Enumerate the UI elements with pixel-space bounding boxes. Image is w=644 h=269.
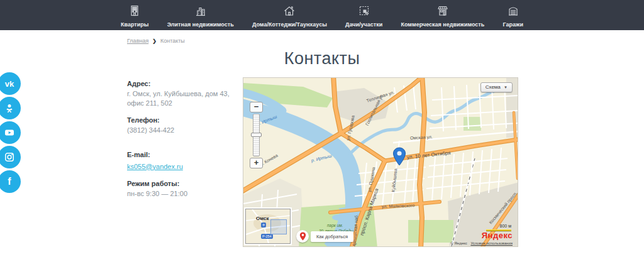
breadcrumb-home-link[interactable]: Главная bbox=[127, 38, 148, 44]
map-street-label: парк им. bbox=[327, 223, 343, 228]
nav-item-label: Дачи/участки bbox=[345, 21, 382, 28]
copyright-text: © Яндекс bbox=[450, 241, 467, 245]
map-street-label: Омская ул. bbox=[410, 134, 433, 140]
zoom-slider-handle[interactable] bbox=[251, 133, 262, 137]
location-pin-icon[interactable] bbox=[392, 147, 406, 168]
map-street-label: ул. 10 лет Октября bbox=[407, 150, 451, 160]
land-plot-icon bbox=[358, 4, 370, 19]
map-street-label: просп. Карла Маркса bbox=[359, 188, 380, 236]
hours-label: Режим работы: bbox=[127, 180, 236, 187]
map-type-label: Схема bbox=[486, 84, 501, 90]
shop-kiosk-icon bbox=[436, 4, 449, 19]
main-content: Адрес: г. Омск, ул. Куйбышева, дом 43, о… bbox=[127, 77, 518, 247]
nav-item-commercial[interactable]: Коммерческая недвижимость bbox=[401, 4, 484, 28]
nav-item-label: Гаражи bbox=[503, 21, 523, 28]
map-zoom-control: − + bbox=[250, 102, 263, 168]
youtube-icon[interactable] bbox=[0, 121, 21, 144]
red-pin-icon bbox=[296, 230, 309, 243]
odnoklassniki-icon[interactable] bbox=[0, 97, 21, 119]
zoom-out-button[interactable]: − bbox=[250, 102, 263, 113]
zoom-slider-track[interactable] bbox=[253, 114, 260, 156]
email-link[interactable]: ks055@yandex.ru bbox=[127, 163, 183, 170]
map-attribution: © Яндекс Условия использования bbox=[450, 241, 513, 245]
minimap-poi-icon: ✈ bbox=[261, 222, 266, 228]
address-label: Адрес: bbox=[127, 80, 236, 87]
minimap[interactable]: Омск ✈ Р-254 bbox=[245, 209, 291, 244]
facebook-icon[interactable]: f bbox=[0, 170, 21, 193]
zoom-in-button[interactable]: + bbox=[250, 158, 263, 168]
city-buildings-icon bbox=[194, 4, 207, 19]
breadcrumb: Главная ❯ Контакты bbox=[127, 38, 644, 44]
directions-button[interactable]: Как добраться bbox=[296, 230, 353, 243]
email-label: E-mail: bbox=[127, 151, 236, 158]
page-title: Контакты bbox=[127, 49, 517, 69]
nav-item-label: Коммерческая недвижимость bbox=[401, 21, 484, 28]
phone-label: Телефон: bbox=[127, 116, 236, 124]
yandex-logo[interactable]: Яндекс bbox=[482, 231, 513, 240]
phone-value: (3812) 344-422 bbox=[127, 126, 236, 135]
apartment-building-icon bbox=[128, 4, 141, 19]
map-type-button[interactable]: Схема ▼ bbox=[480, 82, 513, 92]
nav-item-label: Элитная недвижимость bbox=[167, 21, 234, 28]
nav-item-houses[interactable]: Дома/Коттеджи/Таунхаусы bbox=[252, 4, 327, 28]
terms-link[interactable]: Условия использования bbox=[470, 241, 513, 245]
social-sidebar: vk f bbox=[0, 72, 21, 193]
map-street-label: Куйбышева bbox=[391, 168, 398, 192]
house-icon bbox=[283, 4, 296, 19]
vk-icon[interactable]: vk bbox=[0, 72, 21, 95]
map-scale-label: 800 м bbox=[500, 224, 511, 228]
map-street-label: ул. Гусарова bbox=[346, 115, 355, 141]
breadcrumb-chevron-icon: ❯ bbox=[152, 38, 157, 44]
nav-item-label: Квартиры bbox=[121, 21, 148, 28]
nav-item-label: Дома/Коттеджи/Таунхаусы bbox=[252, 21, 327, 28]
minimap-road-badge: Р-254 bbox=[261, 234, 273, 239]
nav-item-garages[interactable]: Гаражи bbox=[503, 4, 523, 28]
minimap-city-label: Омск bbox=[256, 216, 269, 221]
chevron-down-icon: ▼ bbox=[504, 85, 508, 89]
hours-value: пн-вс 9:30 — 21:00 bbox=[127, 189, 236, 199]
map-street-label: р. Иртыш bbox=[311, 153, 332, 163]
nav-item-plots[interactable]: Дачи/участки bbox=[345, 4, 382, 28]
top-navigation: Квартиры Элитная недвижимость Дома/Котте… bbox=[0, 0, 644, 30]
nav-item-apartments[interactable]: Квартиры bbox=[121, 4, 148, 28]
instagram-icon[interactable] bbox=[0, 146, 21, 168]
map-street-label: ул. Маяковского bbox=[382, 203, 415, 209]
nav-item-elite[interactable]: Элитная недвижимость bbox=[167, 4, 234, 28]
breadcrumb-current: Контакты bbox=[160, 38, 185, 44]
contact-info: Адрес: г. Омск, ул. Куйбышева, дом 43, о… bbox=[127, 77, 243, 247]
yandex-map[interactable]: р. Иртышр. Иртышул. Коневаул. ГусароваГо… bbox=[243, 77, 518, 247]
vk-glyph: vk bbox=[5, 80, 14, 88]
minimap-viewport-rect bbox=[270, 219, 287, 234]
address-value: г. Омск, ул. Куйбышева, дом 43, офис 211… bbox=[127, 89, 236, 108]
directions-label: Как добраться bbox=[311, 231, 353, 242]
map-street-label: Космический просп. bbox=[488, 191, 518, 225]
facebook-glyph: f bbox=[8, 177, 11, 187]
garage-icon bbox=[507, 4, 519, 19]
